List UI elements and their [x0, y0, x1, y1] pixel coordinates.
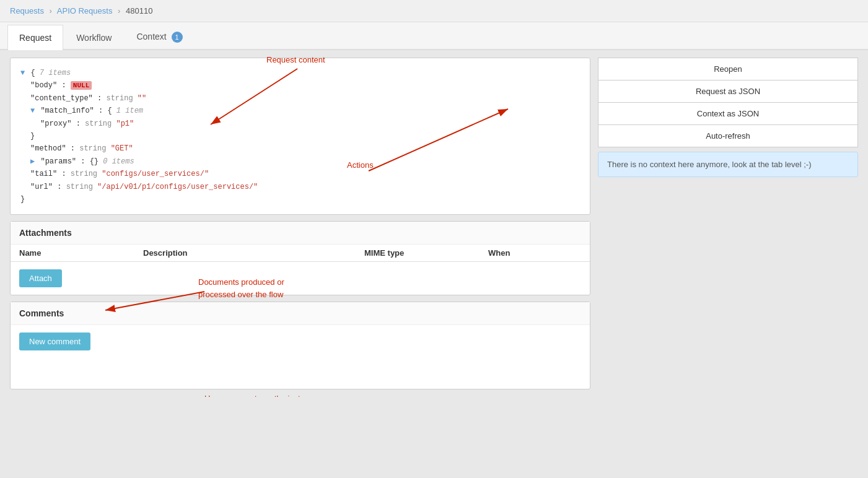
- comments-section: Comments New comment: [10, 302, 590, 389]
- attachments-body: Attach: [11, 262, 590, 295]
- json-root-close: }: [20, 193, 580, 206]
- attachments-section: Attachments Name Description MIME type W…: [10, 221, 590, 295]
- collapse-match-icon[interactable]: ▼: [30, 106, 35, 115]
- json-match-info-line: ▼ "match_info" : { 1 item: [20, 105, 580, 117]
- attach-button[interactable]: Attach: [19, 269, 62, 287]
- main-layout: Request content Actions Documents produc…: [0, 50, 868, 397]
- json-brace-open: {: [30, 69, 35, 77]
- annotation-documents: Documents produced orprocessed over the …: [198, 276, 284, 300]
- auto-refresh-button[interactable]: Auto-refresh: [598, 124, 858, 147]
- attachments-table-header: Name Description MIME type When: [11, 245, 590, 262]
- json-match-close-line: }: [20, 130, 580, 142]
- tab-context[interactable]: Context 1: [125, 24, 194, 50]
- breadcrumb-requests[interactable]: Requests: [10, 6, 44, 15]
- collapse-icon[interactable]: ▼: [20, 69, 25, 77]
- left-panel: ▼ { 7 items "body" : NULL "content_type"…: [10, 58, 590, 389]
- comments-body: New comment: [11, 325, 590, 358]
- json-url-line: "url" : string "/api/v01/p1/configs/user…: [20, 181, 580, 193]
- annotation-request-content: Request content: [266, 55, 325, 64]
- json-method-line: "method" : string "GET": [20, 142, 580, 155]
- json-proxy-line: "proxy" : string "p1": [20, 118, 580, 130]
- request-as-json-button[interactable]: Request as JSON: [598, 80, 858, 103]
- reopen-button[interactable]: Reopen: [598, 58, 858, 80]
- comments-header: Comments: [11, 302, 590, 325]
- col-name: Name: [19, 248, 143, 258]
- annotation-actions: Actions: [347, 160, 374, 170]
- info-message-box: There is no context here anymore, look a…: [598, 152, 858, 177]
- json-viewer: ▼ { 7 items "body" : NULL "content_type"…: [10, 58, 590, 215]
- col-mime: MIME type: [364, 248, 488, 258]
- attachments-header: Attachments: [11, 222, 590, 245]
- new-comment-button[interactable]: New comment: [19, 332, 90, 350]
- json-tail-line: "tail" : string "configs/user_services/": [20, 168, 580, 180]
- breadcrumb-current: 480110: [126, 6, 152, 15]
- col-description: Description: [143, 248, 364, 258]
- json-null-badge: NULL: [71, 81, 92, 90]
- breadcrumb-bar: Requests › APIO Requests › 480110: [0, 0, 868, 22]
- tabs-bar: Request Workflow Context 1: [0, 22, 868, 50]
- json-body-line: "body" : NULL: [20, 79, 580, 92]
- breadcrumb-sep-1: ›: [50, 6, 52, 15]
- tab-request[interactable]: Request: [7, 25, 63, 50]
- right-panel: Reopen Request as JSON Context as JSON A…: [598, 58, 858, 389]
- col-when: When: [488, 248, 581, 258]
- tab-workflow[interactable]: Workflow: [64, 25, 123, 50]
- actions-panel: Reopen Request as JSON Context as JSON A…: [598, 58, 858, 147]
- json-root-line: ▼ { 7 items: [20, 67, 580, 79]
- context-badge: 1: [172, 32, 183, 43]
- breadcrumb-apio-requests[interactable]: APIO Requests: [57, 6, 113, 15]
- context-as-json-button[interactable]: Context as JSON: [598, 102, 858, 125]
- json-count: 7 items: [40, 69, 71, 77]
- annotation-user-comments: User comments on the instance: [204, 394, 318, 397]
- expand-params-icon[interactable]: ▶: [30, 157, 35, 166]
- breadcrumb-sep-2: ›: [118, 6, 120, 15]
- json-body-key: "body": [30, 81, 57, 90]
- json-params-line: ▶ "params" : {} 0 items: [20, 155, 580, 168]
- json-content-type-line: "content_type" : string "": [20, 92, 580, 105]
